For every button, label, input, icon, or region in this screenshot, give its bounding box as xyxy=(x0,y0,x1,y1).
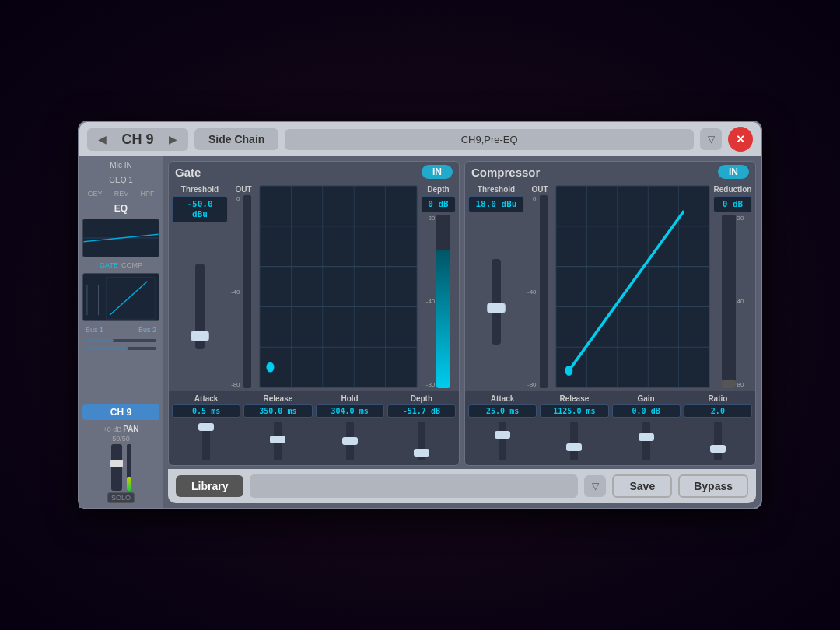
gate-bottom-controls: Attack 0.5 ms Release 350.0 ms xyxy=(169,391,459,465)
solo-button[interactable]: SOLO xyxy=(107,492,135,503)
channel-fader-track xyxy=(111,444,122,491)
gate-tab-sidebar[interactable]: GATE xyxy=(100,261,118,269)
gate-threshold-value[interactable]: -50.0 dBu xyxy=(172,196,228,222)
comp-reduction-meter xyxy=(722,215,736,388)
bus1-label[interactable]: Bus 1 xyxy=(86,326,103,334)
comp-threshold-value[interactable]: 18.0 dBu xyxy=(468,196,524,212)
pan-section: +0 dB PAN 50/50 SOLO xyxy=(82,423,159,505)
gate-depth-ctrl-col: Depth -51.7 dB xyxy=(387,394,456,462)
gate-body: Threshold -50.0 dBu OUT xyxy=(169,182,459,391)
footer-bar: Library ▽ Save Bypass xyxy=(168,469,756,503)
gate-depth-ctrl-fader-track xyxy=(418,422,425,460)
plugin-window: ◀ CH 9 ▶ Side Chain CH9,Pre-EQ ▽ ✕ Mic I… xyxy=(78,121,762,509)
side-chain-source-display: CH9,Pre-EQ xyxy=(285,129,694,150)
comp-reduction-label: Reduction xyxy=(714,185,752,194)
library-dropdown-button[interactable]: ▽ xyxy=(584,475,606,497)
comp-threshold-fader-area xyxy=(492,215,501,388)
comp-out-col: OUT 0 -40 -80 xyxy=(527,185,552,388)
gate-depth-value[interactable]: 0 dB xyxy=(421,196,456,212)
gate-release-col: Release 350.0 ms xyxy=(243,394,312,462)
gate-grid xyxy=(259,185,418,388)
comp-tab-sidebar[interactable]: COMP xyxy=(121,261,142,269)
comp-header: Compressor IN xyxy=(465,162,755,182)
svg-point-16 xyxy=(266,362,274,373)
comp-release-value[interactable]: 1125.0 ms xyxy=(540,404,608,418)
comp-threshold-fader-track xyxy=(492,259,501,345)
gate-title: Gate xyxy=(175,166,201,179)
comp-gain-fader xyxy=(612,419,681,462)
next-channel-button[interactable]: ▶ xyxy=(166,133,180,145)
gate-hold-col: Hold 304.0 ms xyxy=(316,394,384,462)
side-chain-dropdown-button[interactable]: ▽ xyxy=(700,128,722,150)
comp-release-fader-knob[interactable] xyxy=(566,443,582,451)
channel-label-sidebar[interactable]: CH 9 xyxy=(82,404,159,420)
comp-ratio-value[interactable]: 2.0 xyxy=(684,404,752,418)
comp-gain-value[interactable]: 0.0 dB xyxy=(612,404,681,418)
comp-release-label: Release xyxy=(559,394,589,403)
comp-attack-fader-knob[interactable] xyxy=(495,431,510,439)
gate-depth-ctrl-value[interactable]: -51.7 dB xyxy=(387,404,456,418)
hpf-tab[interactable]: HPF xyxy=(138,189,156,198)
bypass-button[interactable]: Bypass xyxy=(678,474,748,498)
channel-fader-handle[interactable] xyxy=(110,460,123,467)
comp-attack-fader-track xyxy=(499,422,506,460)
comp-in-button[interactable]: IN xyxy=(718,165,749,179)
comp-gain-fader-knob[interactable] xyxy=(639,433,654,441)
gate-depth-col: Depth 0 dB -20 -40 -80 xyxy=(421,185,456,388)
gate-threshold-fader-area xyxy=(195,225,205,388)
channel-nav: ◀ CH 9 ▶ xyxy=(87,128,188,151)
header-bar: ◀ CH 9 ▶ Side Chain CH9,Pre-EQ ▽ ✕ xyxy=(79,122,761,156)
gate-depth-meter xyxy=(436,215,450,388)
comp-gain-label: Gain xyxy=(638,394,655,403)
gate-depth-ctrl-fader-knob[interactable] xyxy=(414,449,429,457)
sidebar: Mic IN GEQ 1 GEY REV HPF EQ GATE COMP xyxy=(79,156,163,508)
comp-out-meter xyxy=(540,195,548,388)
main-content: Mic IN GEQ 1 GEY REV HPF EQ GATE COMP xyxy=(79,156,761,508)
prev-channel-button[interactable]: ◀ xyxy=(95,133,110,145)
comp-attack-label: Attack xyxy=(491,394,515,403)
svg-point-30 xyxy=(565,366,572,376)
gate-depth-ctrl-label: Depth xyxy=(411,394,432,403)
gate-attack-value[interactable]: 0.5 ms xyxy=(172,404,240,418)
side-chain-button[interactable]: Side Chain xyxy=(194,128,278,150)
eq-display xyxy=(82,219,159,257)
rev-tab[interactable]: REV xyxy=(113,189,131,198)
comp-out-label: OUT xyxy=(531,185,548,194)
comp-reduction-value[interactable]: 0 dB xyxy=(713,196,752,212)
gate-threshold-fader-track xyxy=(195,264,205,349)
gate-in-button[interactable]: IN xyxy=(422,165,453,179)
gate-out-scale: 0 -40 -80 xyxy=(231,195,242,388)
gate-out-label: OUT xyxy=(235,185,251,194)
gate-release-fader-knob[interactable] xyxy=(270,436,285,443)
comp-attack-value[interactable]: 25.0 ms xyxy=(468,404,537,418)
gate-threshold-fader-knob[interactable] xyxy=(191,331,209,341)
gate-threshold-label: Threshold xyxy=(181,185,219,194)
gate-attack-fader-knob[interactable] xyxy=(198,423,214,431)
bus2-label[interactable]: Bus 2 xyxy=(138,326,156,334)
save-button[interactable]: Save xyxy=(612,474,672,498)
gate-hold-fader xyxy=(316,419,384,462)
comp-gain-fader-track xyxy=(642,422,650,460)
comp-ratio-fader xyxy=(684,419,752,462)
gate-release-value[interactable]: 350.0 ms xyxy=(243,404,312,418)
close-button[interactable]: ✕ xyxy=(728,127,753,152)
channel-label: CH 9 xyxy=(114,131,161,148)
comp-gain-col: Gain 0.0 dB xyxy=(612,394,681,462)
gate-out-meter xyxy=(243,195,251,388)
gate-threshold-col: Threshold -50.0 dBu xyxy=(172,185,228,388)
comp-threshold-fader-knob[interactable] xyxy=(487,303,506,313)
comp-threshold-col: Threshold 18.0 dBu xyxy=(468,185,524,388)
gate-hold-value[interactable]: 304.0 ms xyxy=(316,404,384,418)
gey-tab[interactable]: GEY xyxy=(86,189,104,198)
gate-hold-fader-track xyxy=(346,422,354,460)
library-button[interactable]: Library xyxy=(176,475,243,497)
gate-out-col: OUT 0 -40 -80 xyxy=(231,185,256,388)
gate-depth-ctrl-fader xyxy=(387,419,456,462)
comp-ratio-fader-knob[interactable] xyxy=(710,445,726,453)
gate-hold-fader-knob[interactable] xyxy=(342,437,358,445)
svg-rect-1 xyxy=(83,274,159,320)
gate-attack-fader xyxy=(172,419,240,462)
eq-section-label: EQ xyxy=(82,201,159,215)
bus-labels: Bus 1 Bus 2 xyxy=(82,324,159,335)
comp-ratio-col: Ratio 2.0 xyxy=(684,394,752,462)
